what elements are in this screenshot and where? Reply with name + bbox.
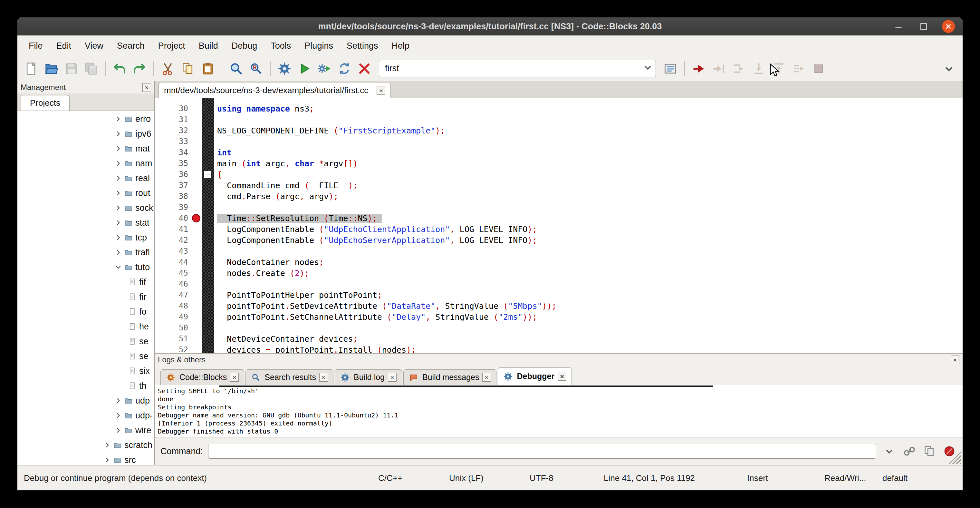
log-tab-debugger[interactable]: Debugger×	[498, 368, 572, 385]
command-dropdown-icon[interactable]	[881, 444, 897, 459]
code-editor[interactable]: 30using namespace ns3;3132NS_LOG_COMPONE…	[154, 98, 963, 353]
editor-tab-first-cc[interactable]: mnt/dev/tools/source/ns-3-dev/examples/t…	[159, 83, 391, 98]
save-button[interactable]	[62, 59, 81, 78]
line-number[interactable]: 46	[154, 279, 202, 288]
fold-margin[interactable]	[202, 158, 214, 169]
fold-margin[interactable]	[202, 333, 214, 344]
copy-button[interactable]	[178, 59, 197, 78]
build-and-run-button[interactable]	[315, 59, 334, 78]
line-number[interactable]: 47	[154, 290, 202, 299]
tree-item-fif[interactable]: fif	[18, 275, 154, 290]
redo-button[interactable]	[130, 59, 149, 78]
line-number[interactable]: 33	[154, 137, 202, 146]
chevron-right-icon[interactable]	[114, 144, 123, 153]
menu-view[interactable]: View	[78, 35, 110, 56]
fold-margin[interactable]	[202, 279, 214, 290]
tree-item-sock[interactable]: sock	[18, 201, 154, 215]
fold-margin[interactable]	[202, 202, 214, 213]
menu-plugins[interactable]: Plugins	[298, 35, 340, 56]
chevron-down-icon[interactable]	[641, 61, 654, 76]
fold-margin[interactable]	[202, 344, 214, 353]
line-number[interactable]: 39	[154, 203, 202, 212]
line-number[interactable]: 35	[154, 159, 202, 168]
debugger-log[interactable]: Setting SHELL to '/bin/sh'doneSetting br…	[154, 385, 963, 437]
build-target-combo[interactable]: first	[379, 60, 656, 77]
tree-item-nam[interactable]: nam	[18, 156, 154, 171]
close-button[interactable]: ×	[942, 20, 955, 33]
step-into-button[interactable]	[749, 59, 768, 78]
menu-help[interactable]: Help	[385, 35, 416, 56]
logs-close-icon[interactable]: ×	[951, 355, 959, 364]
next-instruction-button[interactable]	[789, 59, 808, 78]
debug-continue-button[interactable]	[689, 59, 708, 78]
tab-projects[interactable]: Projects	[21, 95, 70, 111]
next-line-button[interactable]	[729, 59, 748, 78]
line-number[interactable]: 38	[154, 192, 202, 201]
menu-file[interactable]: File	[22, 35, 49, 56]
menu-debug[interactable]: Debug	[225, 35, 264, 56]
maximize-button[interactable]	[917, 20, 931, 33]
stop-debugger-button[interactable]	[809, 59, 828, 78]
run-button[interactable]	[295, 59, 314, 78]
log-tab-build-messages[interactable]: Build messages×	[403, 369, 496, 385]
select-target-button[interactable]	[661, 59, 680, 78]
chevron-right-icon[interactable]	[103, 441, 111, 449]
menu-search[interactable]: Search	[110, 35, 151, 56]
fold-margin[interactable]	[202, 322, 214, 333]
fold-margin[interactable]: −	[202, 169, 214, 180]
tree-item-ipv6[interactable]: ipv6	[18, 126, 154, 141]
chevron-right-icon[interactable]	[114, 159, 123, 167]
tree-item-rout[interactable]: rout	[18, 186, 154, 201]
fold-margin[interactable]	[202, 311, 214, 322]
tree-item-fo[interactable]: fo	[18, 304, 154, 319]
tree-item-se[interactable]: se	[18, 334, 154, 349]
minimize-button[interactable]: –	[892, 20, 905, 33]
fold-margin[interactable]	[202, 114, 214, 125]
chevron-right-icon[interactable]	[114, 248, 123, 256]
command-input[interactable]	[208, 444, 876, 459]
chevron-right-icon[interactable]	[114, 411, 123, 420]
line-number[interactable]: 52	[154, 345, 202, 353]
fold-margin[interactable]	[202, 191, 214, 202]
tree-item-tuto[interactable]: tuto	[18, 260, 154, 275]
line-number[interactable]: 50	[154, 323, 202, 332]
tree-item-trafl[interactable]: trafl	[18, 245, 154, 260]
chevron-right-icon[interactable]	[114, 174, 123, 182]
titlebar[interactable]: mnt/dev/tools/source/ns-3-dev/examples/t…	[18, 18, 963, 35]
line-number[interactable]: 30	[154, 104, 202, 113]
replace-button[interactable]: R	[247, 59, 266, 78]
menu-settings[interactable]: Settings	[340, 35, 385, 56]
fold-margin[interactable]	[202, 224, 214, 235]
line-number[interactable]: 40	[154, 214, 202, 223]
line-number[interactable]: 34	[154, 148, 202, 157]
log-tab-search-results[interactable]: Search results×	[245, 369, 333, 385]
log-tab-code-blocks[interactable]: Code::Blocks×	[161, 369, 244, 385]
line-number[interactable]: 43	[154, 247, 202, 256]
tree-item-he[interactable]: he	[18, 319, 154, 334]
menu-build[interactable]: Build	[192, 35, 225, 56]
fold-marker-icon[interactable]: −	[204, 170, 212, 178]
line-number[interactable]: 37	[154, 181, 202, 190]
tree-item-six[interactable]: six	[18, 364, 154, 378]
chevron-right-icon[interactable]	[114, 233, 123, 242]
line-number[interactable]: 31	[154, 115, 202, 124]
line-number[interactable]: 36	[154, 170, 202, 179]
tree-item-src[interactable]: src	[18, 452, 154, 465]
save-all-button[interactable]	[82, 59, 100, 78]
line-number[interactable]: 45	[154, 269, 202, 277]
new-file-button[interactable]	[22, 59, 41, 78]
tree-item-erro[interactable]: erro	[18, 111, 154, 126]
fold-margin[interactable]	[202, 256, 214, 268]
line-number[interactable]: 48	[154, 301, 202, 311]
fold-margin[interactable]	[202, 136, 214, 147]
fold-margin[interactable]	[202, 125, 214, 136]
log-tab-build-log[interactable]: Build log×	[335, 369, 402, 385]
tab-close-icon[interactable]: ×	[230, 373, 239, 382]
fold-margin[interactable]	[202, 180, 214, 191]
line-number[interactable]: 44	[154, 258, 202, 267]
fold-margin[interactable]	[202, 103, 214, 114]
build-button[interactable]	[275, 59, 294, 78]
fold-margin[interactable]	[202, 235, 214, 245]
tree-item-udp[interactable]: udp-	[18, 408, 154, 423]
tab-close-icon[interactable]: ×	[558, 372, 566, 381]
